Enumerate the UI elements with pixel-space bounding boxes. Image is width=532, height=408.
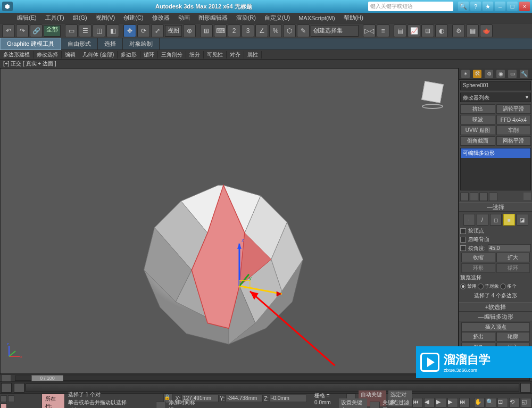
quick-mod-noise[interactable]: 噪波 [460,115,495,124]
preview-off-radio[interactable] [460,284,466,289]
grow-button[interactable]: 扩大 [496,253,530,262]
select-by-name-button[interactable]: ☰ [79,24,92,37]
menu-maxscript[interactable]: MAXScript(M) [294,15,339,21]
menu-views[interactable]: 视图(V) [92,14,120,22]
ribbon-panel-properties[interactable]: 属性 [244,51,262,59]
time-slider-thumb[interactable]: 0 / 100 [31,375,63,381]
render-button[interactable]: 🫖 [480,24,493,37]
ribbon-panel-visibility[interactable]: 可见性 [204,51,227,59]
menu-group[interactable]: 组(G) [69,14,92,22]
viewcube-face-icon[interactable] [421,81,444,103]
create-tab-icon[interactable]: ✶ [461,70,470,78]
quick-mod-uvw[interactable]: UVW 贴图 [460,126,495,135]
ref-coord-dropdown[interactable]: 视图 [165,25,182,37]
quick-mod-lathe[interactable]: 车削 [496,126,531,135]
make-unique-icon[interactable] [479,193,488,201]
viewport-zoom-button[interactable]: 🔍 [486,398,496,407]
loop-button[interactable]: 循环 [496,263,530,273]
time-tag-icon[interactable] [156,402,166,408]
next-frame-button[interactable]: ▶ [447,398,458,407]
ribbon-panel-loops[interactable]: 循环 [140,51,158,59]
viewport-zoomext-button[interactable]: ⊡ [497,398,508,407]
use-pivot-button[interactable]: ⊕ [183,24,196,37]
layers-button[interactable]: ▤ [394,24,406,37]
subobj-border-icon[interactable]: ◻ [490,214,502,226]
rollout-softsel-header[interactable]: + 软选择 [459,302,532,312]
prev-frame-button[interactable]: ◀ [424,398,435,407]
hierarchy-tab-icon[interactable]: ⚙ [485,70,493,78]
menu-tools[interactable]: 工具(T) [41,14,69,22]
maximize-button[interactable]: □ [507,2,518,11]
ribbon-panel-geometry[interactable]: 几何体 (全部) [79,51,118,59]
show-end-result-icon[interactable] [470,193,478,201]
current-layer-label[interactable]: 所在行: [41,394,65,409]
ribbon-panel-polymodel[interactable]: 多边形建模 [0,51,34,59]
configure-sets-icon[interactable] [523,193,531,200]
motion-tab-icon[interactable]: ◉ [496,70,505,78]
select-move-button[interactable]: ✥ [123,24,136,37]
modifier-stack[interactable]: 可编辑多边形 [460,148,531,190]
ribbon-panel-edit[interactable]: 编辑 [62,51,79,59]
insert-vertex-button[interactable]: 插入顶点 [461,322,530,332]
app-logo-icon[interactable]: ⬢ [2,2,13,11]
angle-spinner[interactable]: 45.0 [488,244,531,252]
render-frame-button[interactable]: ▦ [466,24,479,37]
remove-modifier-icon[interactable] [489,193,497,201]
menu-graph[interactable]: 图形编辑器 [194,14,232,22]
timeslider-start-icon[interactable] [2,375,11,381]
snap-3d-button[interactable]: 3 [242,24,254,37]
named-selection-dropdown[interactable]: 创建选择集 [311,25,359,37]
pin-stack-icon[interactable] [460,193,469,201]
help-search-input[interactable]: 键入关键字或短语 [368,2,453,11]
rollout-selection-header[interactable]: — 选择 [459,202,532,212]
snap-2d-button[interactable]: 2 [228,24,240,37]
quick-mod-bevelprofile[interactable]: 倒角截面 [460,136,495,146]
coord-y-field[interactable]: -344.738mm [226,395,263,402]
curve-editor-button[interactable]: 📈 [408,24,420,37]
goto-start-button[interactable]: ⏮ [412,398,423,407]
minimize-button[interactable]: – [495,2,505,11]
viewport-pan-button[interactable]: ✋ [474,398,485,407]
viewport[interactable]: z y z x [0,68,459,374]
coord-z-field[interactable]: -0.0mm [270,395,307,402]
menu-edit[interactable]: 编辑(E) [13,14,41,22]
ring-button[interactable]: 环形 [461,263,495,273]
rollout-editpoly-header[interactable]: — 编辑多边形 [459,312,532,321]
maxscript-mini-listener[interactable] [0,395,39,409]
angle-snap-button[interactable]: ∠ [255,24,268,37]
undo-button[interactable]: ↶ [2,24,15,37]
ribbon-panel-modifysel[interactable]: 修改选择 [34,51,62,59]
quick-mod-meshsmooth[interactable]: 网格平滑 [496,136,531,146]
ribbon-panel-align[interactable]: 对齐 [227,51,244,59]
redo-button[interactable]: ↷ [16,24,29,37]
ribbon-tab-selection[interactable]: 选择 [98,38,123,49]
ribbon-panel-subdiv[interactable]: 细分 [186,51,204,59]
viewcube[interactable] [418,79,447,109]
schematic-view-button[interactable]: ⊟ [421,24,434,37]
quick-mod-turbosmooth[interactable]: 涡轮平滑 [496,104,531,114]
stack-item-editable-poly[interactable]: 可编辑多边形 [461,148,530,158]
ribbon-tab-freeform[interactable]: 自由形式 [61,38,98,49]
select-rotate-button[interactable]: ⟳ [137,24,150,37]
help-dropdown-icon[interactable]: ? [470,2,481,11]
select-region-button[interactable]: ◫ [93,24,105,37]
favorite-icon[interactable]: ★ [483,2,493,11]
subobj-element-icon[interactable]: ◪ [517,214,528,226]
preview-subobj-radio[interactable] [478,284,484,289]
trackbar-curve-icon[interactable] [1,383,12,393]
modifier-list-dropdown[interactable]: 修改器列表▾ [460,93,531,102]
modify-tab-icon[interactable]: 🛠 [473,70,481,78]
menu-help[interactable]: 帮助(H) [339,14,368,22]
viewcube-compass-icon[interactable] [422,104,443,109]
goto-end-button[interactable]: ⏭ [459,398,470,407]
trackbar-config-icon[interactable] [520,383,531,393]
link-button[interactable]: 🔗 [30,24,43,37]
menu-customize[interactable]: 自定义(U) [260,14,294,22]
key-filters-button[interactable]: 关键点过滤器 [383,399,412,408]
search-icon[interactable]: 🔍 [458,2,469,11]
window-crossing-button[interactable]: ◧ [106,24,119,37]
menu-render[interactable]: 渲染(R) [232,14,260,22]
close-button[interactable]: × [519,2,530,11]
add-time-tag-button[interactable]: 添加时间标记 [169,399,198,408]
ribbon-panel-polygons[interactable]: 多边形 [118,51,140,59]
